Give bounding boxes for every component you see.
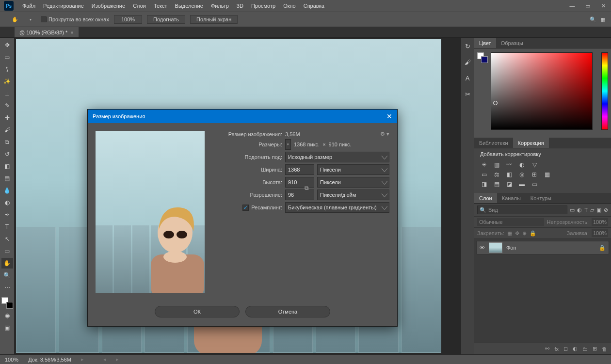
filter-pixel-icon[interactable]: ▭: [570, 207, 575, 213]
new-group-icon[interactable]: 🗀: [582, 346, 588, 352]
history-brush-icon[interactable]: ↺: [1, 149, 13, 159]
height-unit-dropdown[interactable]: Пиксели: [317, 177, 389, 188]
hand-tool-icon[interactable]: ✋: [10, 14, 20, 25]
tab-libraries[interactable]: Библиотеки: [474, 138, 513, 148]
width-input[interactable]: 1368: [285, 164, 314, 175]
color-field[interactable]: [491, 52, 593, 130]
character-panel-icon[interactable]: A: [466, 75, 470, 82]
window-minimize-icon[interactable]: —: [564, 0, 580, 11]
brush-tool-icon[interactable]: 🖌: [1, 125, 13, 135]
blur-tool-icon[interactable]: 💧: [1, 185, 13, 196]
layer-filter-input[interactable]: 🔍 Вид: [477, 206, 567, 214]
layer-item[interactable]: 👁 Фон 🔒: [476, 241, 609, 254]
foreground-background-swatch[interactable]: [1, 297, 13, 309]
adj-exposure-icon[interactable]: ◐: [518, 161, 526, 168]
ok-button[interactable]: ОК: [155, 306, 240, 317]
status-doc-info[interactable]: Док: 3,56M/3,56M: [28, 357, 71, 363]
quick-mask-icon[interactable]: ◉: [1, 310, 13, 321]
move-tool-icon[interactable]: ✥: [1, 40, 13, 50]
new-layer-icon[interactable]: ⊞: [593, 346, 597, 352]
adj-selective-icon[interactable]: ▭: [531, 181, 538, 188]
filter-adjust-icon[interactable]: ◐: [577, 207, 582, 213]
blend-mode-dropdown[interactable]: Обычные: [477, 218, 544, 226]
clone-tool-icon[interactable]: ⧉: [1, 137, 13, 147]
adj-bw-icon[interactable]: ◧: [505, 171, 513, 178]
toolbox-more-icon[interactable]: ⋯: [1, 282, 13, 293]
properties-panel-icon[interactable]: ✂: [465, 91, 470, 98]
constrain-proportions-icon[interactable]: ⧉: [305, 185, 309, 191]
magic-wand-tool-icon[interactable]: ✨: [1, 76, 13, 87]
tab-swatches[interactable]: Образцы: [496, 38, 528, 48]
height-input[interactable]: 910: [285, 177, 314, 188]
type-tool-icon[interactable]: T: [1, 222, 13, 232]
adj-threshold-icon[interactable]: ◪: [505, 181, 513, 188]
lasso-tool-icon[interactable]: ⟆: [1, 64, 13, 75]
pen-tool-icon[interactable]: ✒: [1, 209, 13, 220]
dodge-tool-icon[interactable]: ◐: [1, 197, 13, 208]
tool-preset-dropdown[interactable]: ▾: [25, 14, 36, 25]
workspace-icon[interactable]: ▦: [600, 16, 605, 23]
layer-style-icon[interactable]: fx: [554, 346, 559, 352]
brushes-panel-icon[interactable]: 🖌: [465, 59, 471, 66]
layer-visibility-icon[interactable]: 👁: [480, 245, 485, 251]
status-expand-icon[interactable]: ▸: [81, 356, 84, 363]
eyedropper-tool-icon[interactable]: ✎: [1, 100, 13, 111]
screen-mode-icon[interactable]: ▣: [1, 322, 13, 333]
color-panel-fgbg-swatch[interactable]: [477, 52, 488, 63]
gradient-tool-icon[interactable]: ▤: [1, 173, 13, 184]
dimensions-unit-dropdown[interactable]: ▾: [285, 139, 291, 150]
menu-view[interactable]: Просмотр: [247, 0, 279, 12]
cancel-button[interactable]: Отмена: [245, 306, 330, 317]
new-adjustment-icon[interactable]: ◐: [573, 346, 578, 352]
resolution-unit-dropdown[interactable]: Пиксели/дюйм: [317, 190, 389, 200]
fit-button[interactable]: Подогнать: [147, 15, 185, 24]
filter-smart-icon[interactable]: ▣: [596, 207, 601, 213]
dialog-close-icon[interactable]: ✕: [386, 112, 392, 120]
window-close-icon[interactable]: ✕: [595, 0, 611, 11]
menu-edit[interactable]: Редактирование: [39, 0, 88, 12]
close-tab-icon[interactable]: ×: [70, 30, 73, 35]
healing-tool-icon[interactable]: ✚: [1, 112, 13, 123]
opacity-value[interactable]: 100%: [592, 218, 608, 226]
filter-shape-icon[interactable]: ▱: [590, 207, 594, 213]
fullscreen-button[interactable]: Полный экран: [190, 15, 238, 24]
menu-layers[interactable]: Слои: [129, 0, 150, 12]
menu-3d[interactable]: 3D: [233, 0, 247, 12]
tab-layers[interactable]: Слои: [474, 193, 497, 203]
adj-posterize-icon[interactable]: ▤: [493, 181, 500, 188]
zoom-tool-icon[interactable]: 🔍: [1, 270, 13, 281]
lock-all-icon[interactable]: 🔒: [530, 230, 536, 237]
add-mask-icon[interactable]: ◻: [563, 346, 568, 352]
menu-window[interactable]: Окно: [279, 0, 300, 12]
lock-pixels-icon[interactable]: ▦: [507, 230, 512, 237]
adj-photofilter-icon[interactable]: ◎: [518, 171, 526, 178]
menu-select[interactable]: Выделение: [171, 0, 207, 12]
crop-tool-icon[interactable]: ⟂: [1, 88, 13, 99]
status-zoom[interactable]: 100%: [5, 357, 18, 363]
tab-channels[interactable]: Каналы: [497, 193, 526, 203]
adj-colorlookup-icon[interactable]: ▦: [543, 171, 551, 178]
adj-gradientmap-icon[interactable]: ▬: [518, 181, 526, 188]
zoom-display[interactable]: 100%: [114, 15, 142, 24]
menu-text[interactable]: Текст: [150, 0, 171, 12]
window-maximize-icon[interactable]: ▭: [580, 0, 595, 11]
adj-brightness-icon[interactable]: ☀: [480, 161, 488, 168]
delete-layer-icon[interactable]: 🗑: [602, 346, 607, 352]
fill-value[interactable]: 100%: [592, 229, 608, 237]
dialog-gear-icon[interactable]: ⚙ ▾: [380, 131, 389, 137]
tab-paths[interactable]: Контуры: [526, 193, 556, 203]
search-icon[interactable]: 🔍: [590, 16, 596, 23]
eraser-tool-icon[interactable]: ◧: [1, 161, 13, 172]
hue-slider[interactable]: [601, 52, 608, 130]
menu-help[interactable]: Справка: [300, 0, 328, 12]
scroll-all-windows-checkbox[interactable]: Прокрутка во всех окнах: [41, 16, 109, 22]
menu-image[interactable]: Изображение: [88, 0, 129, 12]
resample-dropdown[interactable]: Бикубическая (плавные градиенты): [285, 202, 389, 213]
filter-type-icon[interactable]: T: [584, 207, 588, 213]
path-select-icon[interactable]: ↖: [1, 234, 13, 244]
tab-color[interactable]: Цвет: [474, 38, 496, 48]
resample-checkbox[interactable]: ✓: [242, 205, 249, 211]
hand-tool-icon-toolbox[interactable]: ✋: [1, 258, 13, 269]
menu-file[interactable]: Файл: [18, 0, 39, 12]
adj-vibrance-icon[interactable]: ▽: [531, 161, 538, 168]
